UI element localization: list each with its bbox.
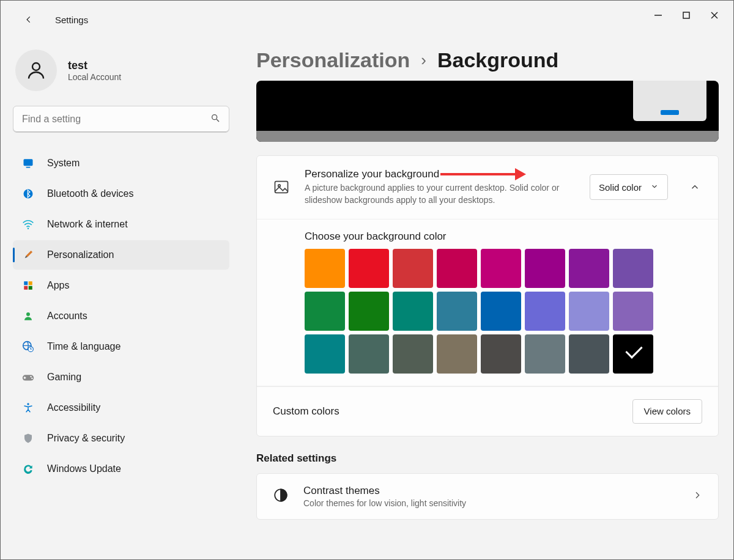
preview-taskbar xyxy=(256,131,719,142)
color-swatch[interactable] xyxy=(613,249,653,288)
colors-title: Choose your background color xyxy=(305,230,702,243)
search-input[interactable] xyxy=(22,114,210,125)
search-box[interactable] xyxy=(13,106,229,133)
breadcrumb-parent[interactable]: Personalization xyxy=(256,48,410,72)
color-swatch[interactable] xyxy=(305,292,345,331)
color-swatch[interactable] xyxy=(437,249,477,288)
back-button[interactable] xyxy=(15,10,43,29)
sidebar-item-label: Privacy & security xyxy=(47,433,125,444)
color-swatch[interactable] xyxy=(349,249,389,288)
collapse-button[interactable] xyxy=(688,182,702,193)
setting-title: Personalize your background xyxy=(305,168,575,180)
color-swatch[interactable] xyxy=(305,249,345,288)
sidebar-item-privacy-security[interactable]: Privacy & security xyxy=(13,424,229,453)
svg-rect-7 xyxy=(24,159,33,166)
main-content: Personalization › Background Personalize… xyxy=(239,30,733,559)
color-swatch[interactable] xyxy=(613,292,653,331)
brush-icon xyxy=(21,248,35,262)
svg-point-5 xyxy=(212,115,217,120)
color-swatch[interactable] xyxy=(393,334,433,374)
sidebar-item-label: Personalization xyxy=(47,249,114,260)
titlebar: Settings xyxy=(1,1,733,30)
color-swatch[interactable] xyxy=(393,249,433,288)
svg-rect-12 xyxy=(24,281,28,285)
color-swatch[interactable] xyxy=(481,292,521,331)
sidebar-item-bluetooth-devices[interactable]: Bluetooth & devices xyxy=(13,179,229,208)
select-value: Solid color xyxy=(599,182,642,193)
color-swatch[interactable] xyxy=(569,249,609,288)
close-button[interactable] xyxy=(700,6,728,25)
monitor-icon xyxy=(21,157,35,170)
sidebar-item-label: Bluetooth & devices xyxy=(47,188,133,199)
avatar xyxy=(15,50,57,91)
color-swatch[interactable] xyxy=(305,334,345,374)
chevron-down-icon xyxy=(650,182,659,193)
svg-point-21 xyxy=(31,378,32,379)
sidebar: test Local Account SystemBluetooth & dev… xyxy=(1,30,239,559)
svg-line-6 xyxy=(217,119,219,122)
update-icon xyxy=(21,462,35,476)
breadcrumb-current: Background xyxy=(437,48,558,72)
sidebar-item-accounts[interactable]: Accounts xyxy=(13,301,229,331)
color-swatch[interactable] xyxy=(525,249,565,288)
sidebar-item-label: Gaming xyxy=(47,372,81,383)
color-swatch[interactable] xyxy=(349,334,389,374)
svg-point-16 xyxy=(26,312,30,316)
sidebar-item-label: Windows Update xyxy=(47,463,121,474)
gamepad-icon xyxy=(21,370,35,384)
color-swatches xyxy=(305,249,702,374)
sidebar-nav: SystemBluetooth & devicesNetwork & inter… xyxy=(13,149,229,484)
chevron-right-icon: › xyxy=(421,51,426,70)
bluetooth-icon xyxy=(21,187,35,201)
color-swatch[interactable] xyxy=(481,249,521,288)
sidebar-item-gaming[interactable]: Gaming xyxy=(13,363,229,392)
svg-point-10 xyxy=(28,227,29,229)
sidebar-item-personalization[interactable]: Personalization xyxy=(13,240,229,270)
preview-window xyxy=(633,81,706,121)
svg-rect-1 xyxy=(683,12,689,18)
desktop-preview xyxy=(256,81,719,142)
minimize-button[interactable] xyxy=(644,6,672,25)
sidebar-item-label: Accounts xyxy=(47,311,87,322)
account-name: test xyxy=(68,59,121,72)
sidebar-item-label: Network & internet xyxy=(47,219,128,230)
svg-rect-14 xyxy=(24,286,28,290)
breadcrumb: Personalization › Background xyxy=(256,48,719,72)
color-swatch[interactable] xyxy=(437,292,477,331)
account-block[interactable]: test Local Account xyxy=(15,50,229,91)
color-swatch[interactable] xyxy=(525,292,565,331)
color-swatch[interactable] xyxy=(481,334,521,374)
color-swatch[interactable] xyxy=(393,292,433,331)
sidebar-item-network-internet[interactable]: Network & internet xyxy=(13,210,229,239)
related-heading: Related settings xyxy=(256,452,719,465)
view-colors-button[interactable]: View colors xyxy=(632,399,702,424)
svg-point-4 xyxy=(32,63,40,70)
sidebar-item-time-language[interactable]: Time & language xyxy=(13,332,229,361)
setting-description: A picture background applies to your cur… xyxy=(305,182,562,207)
sidebar-item-label: Accessibility xyxy=(47,402,100,413)
color-swatch[interactable] xyxy=(569,334,609,374)
account-subtitle: Local Account xyxy=(68,72,121,82)
apps-icon xyxy=(21,279,35,292)
app-title: Settings xyxy=(55,15,88,25)
search-icon xyxy=(210,113,220,125)
svg-point-22 xyxy=(27,403,29,405)
color-swatch[interactable] xyxy=(525,334,565,374)
background-card: Personalize your background A picture ba… xyxy=(256,155,719,437)
color-swatch[interactable] xyxy=(613,334,653,374)
color-swatch[interactable] xyxy=(437,334,477,374)
related-item-title: Contrast themes xyxy=(303,485,678,497)
sidebar-item-system[interactable]: System xyxy=(13,149,229,178)
svg-rect-23 xyxy=(275,182,288,193)
maximize-button[interactable] xyxy=(672,6,700,25)
color-swatch[interactable] xyxy=(349,292,389,331)
globe-clock-icon xyxy=(21,340,35,353)
sidebar-item-accessibility[interactable]: Accessibility xyxy=(13,393,229,422)
background-type-select[interactable]: Solid color xyxy=(590,174,668,200)
chevron-right-icon xyxy=(692,490,702,503)
color-swatch[interactable] xyxy=(569,292,609,331)
sidebar-item-apps[interactable]: Apps xyxy=(13,271,229,300)
sidebar-item-windows-update[interactable]: Windows Update xyxy=(13,454,229,484)
svg-rect-15 xyxy=(29,286,32,290)
related-item-contrast-themes[interactable]: Contrast themes Color themes for low vis… xyxy=(256,473,719,520)
